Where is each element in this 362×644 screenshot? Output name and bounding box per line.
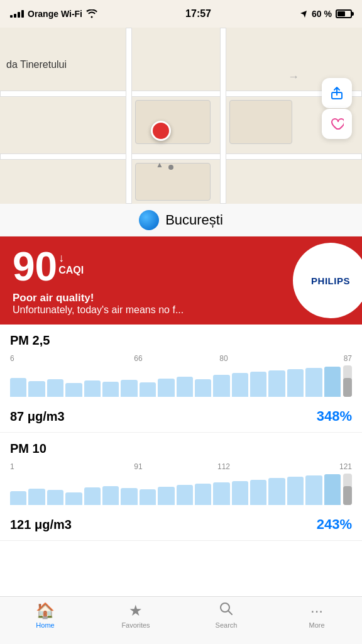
tab-more[interactable]: ··· More [272, 602, 362, 629]
pm10-label-2: 112 [181, 462, 266, 471]
map-block-2 [229, 100, 292, 144]
map-road-v1 [126, 28, 132, 204]
pm25-label-3: 87 [266, 354, 352, 363]
bar [213, 375, 229, 397]
bar [287, 369, 304, 397]
favorite-button[interactable] [322, 109, 352, 139]
pm10-section: PM 10 1 91 112 121 [0, 433, 362, 541]
aqi-desc-line2: Unfortunately, today's air means no f... [13, 304, 349, 316]
share-button[interactable] [322, 78, 352, 108]
pm25-bars [10, 365, 341, 397]
bar [140, 489, 156, 505]
bar [28, 489, 45, 505]
bar [158, 487, 174, 505]
map-road-h1 [0, 91, 362, 97]
bar [28, 381, 45, 397]
pm25-scrollbar-thumb [343, 378, 352, 397]
direction-arrow: ▲ [156, 160, 163, 169]
battery-fill [337, 11, 345, 16]
bar [232, 373, 248, 397]
bar [121, 488, 137, 505]
bar [10, 491, 26, 505]
bar [213, 482, 229, 505]
pm25-label-0: 6 [10, 354, 96, 363]
bar [287, 477, 304, 505]
bar [177, 377, 193, 397]
map-actions [322, 78, 352, 139]
pm10-percent: 243% [317, 516, 352, 533]
home-icon: 🏠 [36, 602, 55, 619]
city-name: București [165, 212, 223, 228]
location-icon [299, 9, 308, 18]
signal-bar-1 [10, 15, 13, 18]
pm10-title: PM 10 [10, 441, 352, 456]
pm25-chart-labels: 6 66 80 87 [10, 354, 352, 363]
favorites-icon: ★ [129, 602, 143, 619]
tab-favorites[interactable]: ★ Favorites [90, 602, 181, 629]
pm25-percent: 348% [317, 408, 352, 425]
tab-search[interactable]: Search [181, 602, 272, 629]
bar [268, 370, 285, 397]
city-globe [139, 210, 159, 230]
aqi-unit: CAQI [58, 265, 84, 276]
bar [268, 478, 285, 505]
bar [158, 379, 174, 397]
bar [305, 368, 322, 397]
pm10-scrollbar-thumb [343, 486, 352, 505]
map-arrow-deco: → [288, 70, 299, 84]
pm10-bars [10, 474, 341, 505]
bar [47, 490, 63, 505]
battery-icon [336, 9, 352, 18]
pm25-footer: 87 μg/m3 348% [10, 408, 352, 425]
status-time: 17:57 [185, 8, 211, 19]
aqi-number: 90 [13, 247, 57, 287]
bar [47, 379, 63, 397]
map-area[interactable]: da Tineretului → ▲ [0, 28, 362, 204]
bar [102, 382, 119, 397]
pm25-scrollbar[interactable] [343, 365, 352, 397]
pm25-chart-area: 6 66 80 87 [10, 354, 352, 404]
pm25-chart-row [10, 365, 352, 397]
signal-bar-2 [14, 14, 16, 18]
map-road-v2 [220, 28, 226, 204]
bar [324, 367, 341, 397]
search-svg [219, 602, 233, 616]
tab-more-label: More [309, 621, 324, 629]
signal-bars [10, 10, 24, 18]
philips-text: PHILIPS [311, 275, 350, 286]
tab-bar: 🏠 Home ★ Favorites Search ··· More [0, 596, 362, 644]
svg-line-2 [228, 611, 232, 614]
pm10-label-1: 91 [96, 462, 181, 471]
bar [65, 492, 82, 505]
pm10-label-3: 121 [266, 462, 352, 471]
street-label: da Tineretului [6, 59, 67, 70]
pm25-section: PM 2,5 6 66 80 87 [0, 325, 362, 433]
pm10-label-0: 1 [10, 462, 96, 471]
pm10-value: 121 μg/m3 [10, 518, 72, 532]
tab-favorites-label: Favorites [121, 621, 150, 629]
bar [10, 378, 26, 397]
battery-label: 60 % [312, 9, 332, 19]
bar [177, 485, 193, 505]
tab-home[interactable]: 🏠 Home [0, 602, 90, 629]
wifi-icon [86, 9, 97, 18]
small-dot [168, 165, 173, 170]
map-road-h2 [0, 153, 362, 160]
pm10-scrollbar[interactable] [343, 474, 352, 505]
pm25-label-2: 80 [181, 354, 266, 363]
bar [195, 379, 211, 397]
pm10-chart-area: 1 91 112 121 [10, 462, 352, 513]
status-bar: Orange Wi-Fi 17:57 60 % [0, 0, 362, 28]
map-pin [151, 121, 171, 141]
aqi-unit-block: ↓ CAQI [58, 247, 84, 276]
bar [250, 480, 266, 505]
pm25-title: PM 2,5 [10, 333, 352, 348]
pm10-chart-labels: 1 91 112 121 [10, 462, 352, 471]
philips-circle: PHILIPS [293, 243, 362, 318]
bar [102, 486, 119, 505]
bar [195, 484, 211, 505]
search-icon [219, 602, 233, 619]
bar [65, 383, 82, 397]
tab-home-label: Home [36, 621, 54, 629]
more-icon: ··· [310, 602, 323, 619]
